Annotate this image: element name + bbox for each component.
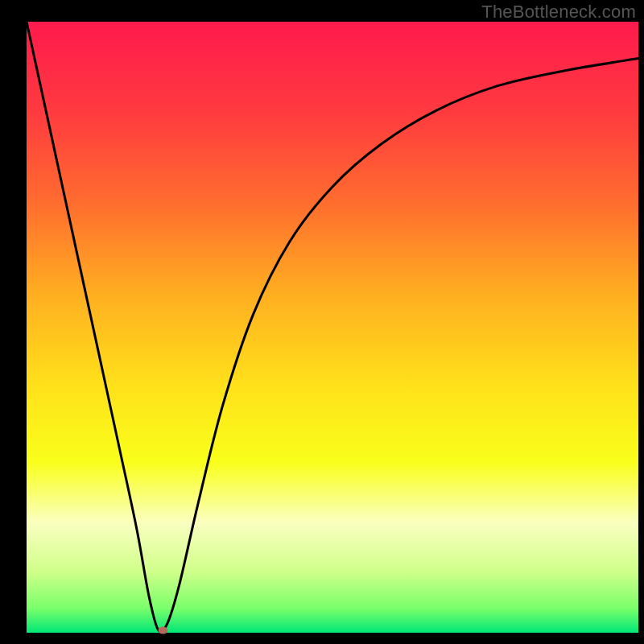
plot-background	[27, 22, 638, 633]
bottleneck-chart	[0, 0, 644, 644]
watermark-text: TheBottleneck.com	[481, 2, 636, 23]
vertex-marker	[158, 626, 167, 634]
chart-container: TheBottleneck.com	[0, 0, 644, 644]
